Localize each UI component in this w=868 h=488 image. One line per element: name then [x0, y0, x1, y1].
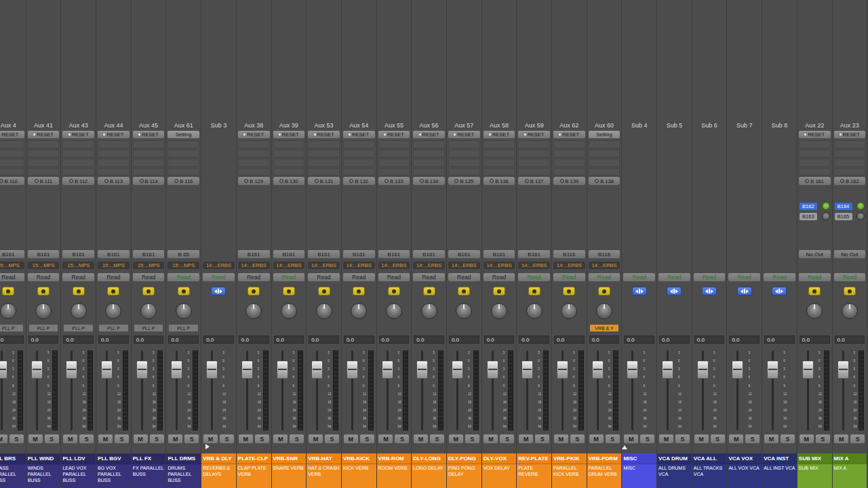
send-bus-button[interactable]: B 133 — [378, 177, 410, 185]
pan-knob[interactable] — [316, 303, 332, 319]
solo-button[interactable]: S — [184, 434, 199, 443]
insert-slot[interactable] — [589, 140, 620, 148]
solo-button[interactable]: S — [640, 434, 654, 443]
track-description[interactable]: ALL VOX VCA — [727, 464, 762, 488]
insert-slot[interactable] — [518, 159, 550, 167]
volume-fader[interactable] — [557, 361, 568, 379]
automation-read-button[interactable]: Read — [203, 273, 235, 281]
automation-read-button[interactable]: Read — [378, 273, 410, 281]
pan-knob[interactable] — [245, 303, 262, 319]
input-format-button[interactable] — [178, 287, 190, 296]
volume-fader[interactable] — [662, 361, 673, 379]
track-name[interactable]: DLY-VOX — [482, 453, 517, 464]
group-label[interactable]: 14:...ERBS — [273, 262, 305, 269]
automation-read-button[interactable]: Read — [98, 273, 130, 281]
solo-button[interactable]: S — [79, 434, 94, 443]
insert-slot[interactable] — [378, 159, 410, 167]
output-button[interactable]: B161 — [28, 250, 60, 258]
solo-button[interactable]: S — [9, 434, 24, 443]
mute-button[interactable]: M — [694, 434, 709, 443]
reset-button[interactable]: RESET — [28, 131, 60, 138]
mute-button[interactable]: M — [28, 434, 43, 443]
reset-button[interactable]: RESET — [98, 131, 130, 138]
volume-value[interactable]: 0.0 — [309, 336, 339, 344]
group-label[interactable]: 15:...MPS — [28, 262, 60, 269]
input-format-button[interactable] — [73, 287, 85, 296]
output-button[interactable]: B161 — [484, 250, 515, 258]
output-button[interactable]: B161 — [343, 250, 375, 258]
insert-slot[interactable] — [273, 140, 305, 148]
volume-value[interactable]: 0.0 — [729, 336, 760, 344]
output-button[interactable]: B161 — [273, 250, 305, 258]
send-destination-label[interactable]: B163 — [800, 213, 817, 220]
group-label[interactable]: 15:...MPS — [0, 262, 24, 269]
mute-button[interactable]: M — [484, 434, 498, 443]
insert-slot[interactable] — [343, 150, 375, 158]
automation-read-button[interactable]: Read — [273, 273, 305, 281]
automation-read-button[interactable]: Read — [133, 273, 165, 281]
solo-button[interactable]: S — [606, 434, 620, 443]
mute-button[interactable]: M — [98, 434, 113, 443]
track-description[interactable]: ALL TRACKS VCA — [692, 464, 727, 488]
reset-button[interactable]: Setting — [589, 131, 620, 138]
insert-slot[interactable] — [589, 159, 620, 167]
group-label[interactable]: 14:...ERBS — [589, 262, 620, 269]
insert-slot[interactable] — [308, 140, 340, 148]
automation-read-button[interactable]: Read — [518, 273, 550, 281]
track-description[interactable]: PARALLEL KICK VERB — [552, 464, 587, 488]
volume-fader[interactable] — [767, 361, 778, 379]
send-bus-button[interactable]: B 138 — [589, 177, 620, 185]
mute-button[interactable]: M — [378, 434, 393, 443]
output-button[interactable]: B161 — [238, 250, 270, 258]
send-level-knob[interactable] — [856, 212, 865, 220]
track-description[interactable]: VOX DELAY — [482, 464, 517, 488]
send-slot[interactable]: B163 — [800, 212, 830, 220]
group-label[interactable]: 14:...ERBS — [308, 262, 340, 269]
group-label[interactable]: 14:...ERBS — [238, 262, 270, 269]
insert-slot[interactable] — [448, 168, 480, 176]
pan-knob[interactable] — [351, 303, 367, 319]
solo-button[interactable]: S — [781, 434, 795, 443]
automation-read-button[interactable]: Read — [834, 273, 866, 281]
reset-button[interactable]: RESET — [834, 131, 866, 138]
automation-read-button[interactable]: Read — [484, 273, 515, 281]
automation-read-button[interactable]: Read — [694, 273, 726, 281]
solo-button[interactable]: S — [115, 434, 129, 443]
pan-knob[interactable] — [421, 303, 437, 319]
track-name[interactable]: MISC — [622, 453, 656, 464]
track-description[interactable]: PING PONG DELAY — [447, 464, 481, 488]
pan-knob[interactable] — [806, 303, 823, 319]
volume-fader[interactable] — [452, 361, 463, 379]
track-name[interactable]: REV-PLATE — [517, 453, 551, 464]
track-name[interactable]: VCA VOX — [727, 453, 762, 464]
solo-button[interactable]: S — [465, 434, 479, 443]
send-bus-button[interactable]: B 110 — [0, 177, 24, 185]
solo-button[interactable]: S — [535, 434, 549, 443]
mute-button[interactable]: M — [624, 434, 638, 443]
send-bus-button[interactable]: B 137 — [518, 177, 550, 185]
insert-slot[interactable] — [484, 168, 515, 176]
pan-knob[interactable] — [105, 303, 121, 319]
insert-slot[interactable] — [378, 140, 410, 148]
volume-fader[interactable] — [101, 361, 113, 379]
group-label[interactable]: 15:...MPS — [133, 262, 165, 269]
volume-fader[interactable] — [697, 361, 709, 379]
volume-value[interactable]: 0.0 — [554, 336, 585, 344]
insert-slot[interactable] — [273, 159, 305, 167]
solo-button[interactable]: S — [711, 434, 725, 443]
pan-knob[interactable] — [561, 303, 577, 319]
track-name[interactable]: PLL FX — [132, 453, 166, 464]
group-label[interactable]: 14:...ERBS — [484, 262, 515, 269]
solo-button[interactable]: S — [675, 434, 690, 443]
insert-slot[interactable] — [448, 159, 480, 167]
send-bus-button[interactable]: B 116 — [167, 177, 199, 185]
input-format-button[interactable] — [808, 287, 821, 296]
input-format-button[interactable] — [142, 287, 155, 296]
insert-slot[interactable] — [98, 140, 130, 148]
volume-value[interactable]: 0.0 — [168, 336, 199, 344]
insert-slot[interactable] — [98, 150, 130, 158]
mute-button[interactable]: M — [63, 434, 77, 443]
input-format-button[interactable] — [353, 287, 365, 296]
input-format-button[interactable] — [598, 287, 610, 296]
insert-slot[interactable] — [518, 140, 550, 148]
